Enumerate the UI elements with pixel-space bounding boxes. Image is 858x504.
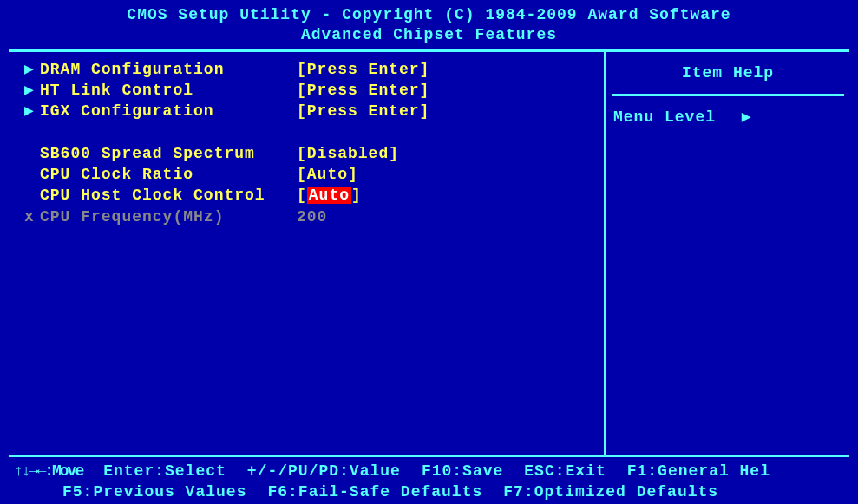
chevron-right-icon: ▶ <box>24 101 40 121</box>
chevron-right-icon: ▶ <box>24 59 40 80</box>
menu-item-cpu-frequency: x CPU Frequency(MHz) 200 <box>12 206 600 227</box>
chevron-right-icon: ▶ <box>742 107 752 126</box>
menu-label: CPU Frequency(MHz) <box>40 206 297 227</box>
settings-panel: ▶ DRAM Configuration [Press Enter] ▶ HT … <box>9 52 606 455</box>
menu-value: [Press Enter] <box>297 101 429 121</box>
menu-label: IGX Configuration <box>40 101 297 121</box>
menu-value: [Press Enter] <box>297 59 429 80</box>
bios-title: CMOS Setup Utility - Copyright (C) 1984-… <box>0 5 858 25</box>
hint-move: ↑↓→←:Move <box>14 461 82 481</box>
menu-value: [Press Enter] <box>297 80 429 101</box>
hint-value: +/-/PU/PD:Value <box>247 461 401 481</box>
menu-value: [Disabled] <box>297 143 399 164</box>
menu-label: HT Link Control <box>40 80 297 101</box>
help-panel: Item Help Menu Level ▶ <box>606 52 849 455</box>
hint-f7: F7:Optimized Defaults <box>503 481 718 502</box>
disabled-x-icon: x <box>24 206 40 227</box>
menu-label: CPU Clock Ratio <box>40 164 297 185</box>
help-title: Item Help <box>612 59 844 96</box>
menu-label: DRAM Configuration <box>40 59 297 80</box>
chevron-right-icon: ▶ <box>24 80 40 101</box>
hint-enter: Enter:Select <box>103 461 226 481</box>
menu-level: Menu Level ▶ <box>612 103 844 129</box>
menu-value: 200 <box>297 206 327 227</box>
hint-save: F10:Save <box>422 461 503 481</box>
menu-item-clock-ratio[interactable]: CPU Clock Ratio [Auto] <box>12 164 600 185</box>
hint-help: F1:General Hel <box>627 461 770 481</box>
hint-f5: F5:Previous Values <box>62 481 246 502</box>
menu-label: SB600 Spread Spectrum <box>40 143 297 164</box>
menu-item-sb600[interactable]: SB600 Spread Spectrum [Disabled] <box>12 143 600 164</box>
hint-f6: F6:Fail-Safe Defaults <box>267 481 482 502</box>
menu-label: CPU Host Clock Control <box>40 185 297 206</box>
menu-item-dram[interactable]: ▶ DRAM Configuration [Press Enter] <box>12 59 600 80</box>
key-hints: ↑↓→←:Move Enter:Select +/-/PU/PD:Value F… <box>0 457 858 503</box>
hint-exit: ESC:Exit <box>524 461 606 481</box>
menu-item-igx[interactable]: ▶ IGX Configuration [Press Enter] <box>12 101 600 121</box>
menu-value: [Auto] <box>297 164 358 185</box>
menu-item-htlink[interactable]: ▶ HT Link Control [Press Enter] <box>12 80 600 101</box>
menu-value: [Auto] <box>297 185 362 206</box>
bios-subtitle: Advanced Chipset Features <box>0 25 858 45</box>
menu-item-host-clock[interactable]: CPU Host Clock Control [Auto] <box>12 185 600 206</box>
